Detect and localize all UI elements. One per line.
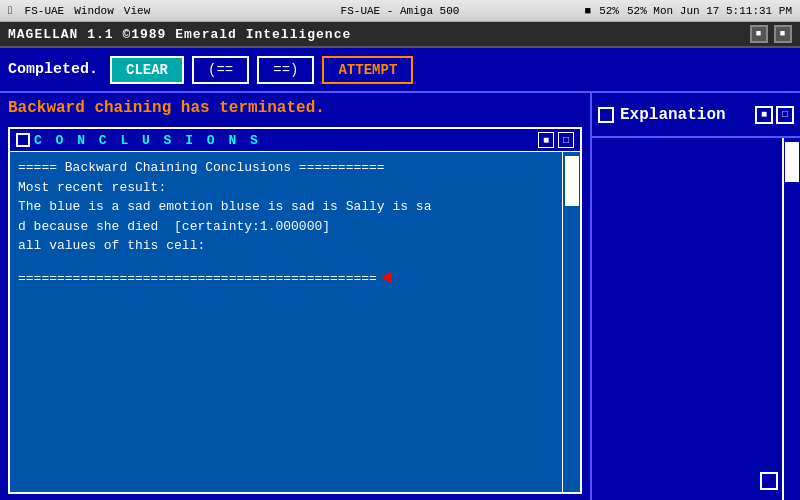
right-scroll-thumb[interactable] — [785, 142, 799, 182]
conclusions-title-icons: ■ □ — [538, 132, 574, 148]
toolbar: Completed. CLEAR (== ==) ATTEMPT — [0, 48, 800, 93]
conclusions-maximize-btn[interactable]: □ — [558, 132, 574, 148]
app-menu-view[interactable]: View — [124, 5, 150, 17]
window-icon-2[interactable]: ■ — [774, 25, 792, 43]
explanation-minimize-btn[interactable]: ■ — [755, 106, 773, 124]
right-bottom-btn-container — [760, 468, 778, 494]
conclusions-box: C O N C L U S I O N S ■ □ ===== Backward… — [8, 127, 582, 494]
window-icon-1[interactable]: ■ — [750, 25, 768, 43]
apple-icon[interactable]:  — [8, 5, 15, 17]
app-menu-window[interactable]: Window — [74, 5, 114, 17]
conclusions-header-dashes: ===== Backward Chaining Conclusions ====… — [18, 158, 554, 178]
conclusions-title: C O N C L U S I O N S — [34, 133, 261, 148]
clear-button[interactable]: CLEAR — [110, 56, 184, 84]
conclusions-box-icon[interactable] — [16, 133, 30, 147]
explanation-box-icon[interactable] — [598, 107, 614, 123]
attempt-button[interactable]: ATTEMPT — [322, 56, 413, 84]
most-recent-label: Most recent result: — [18, 178, 554, 198]
macos-bar:  FS-UAE Window View FS-UAE - Amiga 500 … — [0, 0, 800, 22]
conclusions-title-bar: C O N C L U S I O N S ■ □ — [10, 129, 580, 152]
macos-bar-left:  FS-UAE Window View — [8, 5, 150, 17]
explanation-maximize-btn[interactable]: □ — [776, 106, 794, 124]
conclusions-inner: ===== Backward Chaining Conclusions ====… — [10, 152, 580, 492]
cursor-arrow: ◀ — [381, 264, 392, 291]
content-area: Backward chaining has terminated. C O N … — [0, 93, 800, 500]
right-scrollbar[interactable] — [782, 138, 800, 500]
conclusions-scroll-thumb[interactable] — [565, 156, 579, 206]
right-bottom-btn[interactable] — [760, 472, 778, 490]
macos-bar-center: FS-UAE - Amiga 500 — [341, 5, 460, 17]
conclusions-footer-dashes: ========================================… — [18, 264, 554, 291]
explanation-label: Explanation — [620, 106, 749, 124]
status-text: Backward chaining has terminated. — [8, 99, 582, 117]
macos-bar-right: ■ 52% 52% Mon Jun 17 5:11:31 PM — [585, 5, 792, 17]
right-content — [592, 138, 800, 500]
conclusions-content: ===== Backward Chaining Conclusions ====… — [10, 152, 562, 492]
right-panel: Explanation ■ □ — [590, 93, 800, 500]
app-title: MAGELLAN 1.1 ©1989 Emerald Intelligence — [8, 27, 351, 42]
app-menu-fs-uae[interactable]: FS-UAE — [25, 5, 65, 17]
right-title-icons: ■ □ — [755, 106, 794, 124]
battery-icon: ■ — [585, 5, 592, 17]
explanation-bar: Explanation ■ □ — [592, 93, 800, 138]
nav-forward-button[interactable]: ==) — [257, 56, 314, 84]
completed-label: Completed. — [8, 61, 98, 78]
nav-back-button[interactable]: (== — [192, 56, 249, 84]
main-panel: Backward chaining has terminated. C O N … — [0, 93, 590, 500]
datetime: 52% Mon Jun 17 5:11:31 PM — [627, 5, 792, 17]
app-container: Completed. CLEAR (== ==) ATTEMPT Backwar… — [0, 48, 800, 500]
conclusions-minimize-btn[interactable]: ■ — [538, 132, 554, 148]
battery-percent: 52% — [599, 5, 619, 17]
conclusions-scrollbar[interactable] — [562, 152, 580, 492]
result-text: The blue is a sad emotion bluse is sad i… — [18, 197, 554, 256]
title-bar: MAGELLAN 1.1 ©1989 Emerald Intelligence … — [0, 22, 800, 48]
